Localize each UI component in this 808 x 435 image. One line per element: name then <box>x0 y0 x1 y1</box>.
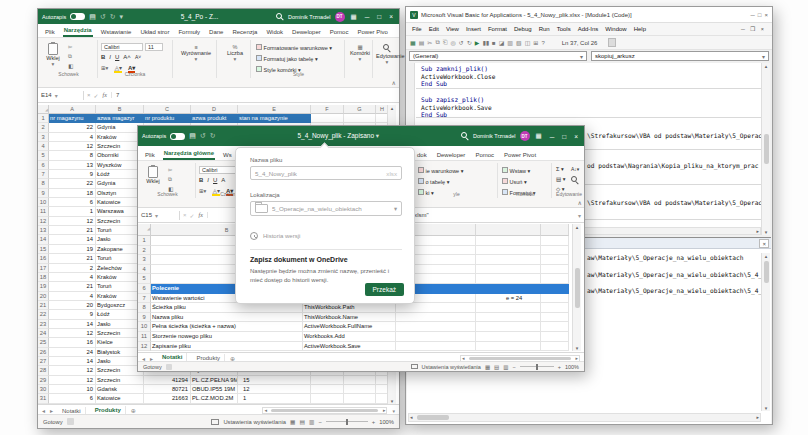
select-all-corner[interactable]: ◢ <box>138 224 151 236</box>
italic-button[interactable]: I <box>207 177 209 183</box>
location-dropdown[interactable]: 5_Operacje_na_wielu_obiektach ▾ <box>250 201 402 216</box>
row-header[interactable]: 9 <box>138 313 151 323</box>
collapse-ribbon-icon[interactable]: ∧ <box>392 79 396 86</box>
row-header[interactable]: 7 <box>38 170 49 179</box>
vertical-scrollbar[interactable]: ▴▾ <box>572 224 581 351</box>
save-icon[interactable]: ▤ <box>189 132 196 140</box>
format-painter-icon[interactable]: ◧ <box>68 63 73 69</box>
fx-icon[interactable]: fx <box>99 92 111 98</box>
avatar[interactable]: DT <box>335 12 345 22</box>
close-button[interactable]: × <box>764 12 768 18</box>
formula-input[interactable]: 7 <box>111 92 399 98</box>
row-header[interactable]: 24 <box>38 329 49 338</box>
immediate-horizontal-scrollbar[interactable]: ◂ ▸ <box>408 413 761 422</box>
display-settings-icon[interactable] <box>411 364 418 369</box>
close-button[interactable]: × <box>387 13 395 20</box>
normal-view-icon[interactable]: ▦ <box>290 419 295 425</box>
row-header[interactable]: 22 <box>38 310 49 319</box>
row-header[interactable]: 1 <box>38 114 49 123</box>
tab-formuły[interactable]: Formuły <box>177 27 201 37</box>
zoom-in-icon[interactable]: + <box>558 364 561 370</box>
user-name[interactable]: Dominik Trznadel <box>473 133 516 139</box>
tab-power-pivot[interactable]: Power Pivot <box>503 150 537 160</box>
tab-dok[interactable]: dok <box>416 150 428 160</box>
menu-tools[interactable]: Tools <box>557 26 571 32</box>
font-grow-button[interactable]: A <box>221 177 225 183</box>
cut-icon[interactable]: ✂ <box>68 44 73 50</box>
window-title[interactable]: 5_4_Nowy_plik - Zapisano ▾ <box>220 132 457 140</box>
version-history-link[interactable]: Historia wersji <box>250 232 300 240</box>
fill-button[interactable]: ▤ ▾ <box>556 176 566 182</box>
sheet-nav-right-icon[interactable]: ▸ <box>50 407 53 414</box>
row-header[interactable]: 31 <box>38 394 49 403</box>
tab-wstawianie[interactable]: Wstawianie <box>100 27 133 37</box>
display-settings-label[interactable]: Ustawienia wyświetlania <box>422 364 481 370</box>
bold-button[interactable]: B <box>101 54 105 60</box>
row-header[interactable]: 2 <box>38 123 49 132</box>
column-header-D[interactable]: D <box>191 105 238 114</box>
row-header[interactable]: 6 <box>38 161 49 170</box>
sort-filter-button[interactable]: A↓▾ <box>571 166 579 172</box>
row-header[interactable]: 12 <box>138 342 151 351</box>
row-header[interactable]: 23 <box>38 320 49 329</box>
zoom-out-icon[interactable]: − <box>512 364 515 370</box>
zoom-level[interactable]: 100% <box>565 364 579 370</box>
font-name-select[interactable]: Calibri <box>101 43 143 51</box>
ribbon-options-icon[interactable]: ▦ <box>349 13 359 21</box>
code-vertical-scrollbar[interactable]: ▴▾ <box>761 63 770 235</box>
row-header[interactable]: 29 <box>38 376 49 385</box>
object-dropdown[interactable]: (General)▾ <box>409 51 587 61</box>
search-icon[interactable] <box>276 13 284 21</box>
insert-button[interactable]: Wstaw ▾ <box>502 167 530 174</box>
zoom-out-icon[interactable]: − <box>318 419 321 425</box>
row-header[interactable]: 5 <box>138 274 151 284</box>
menu-window[interactable]: Window <box>605 26 626 32</box>
maximize-button[interactable]: □ <box>560 133 568 140</box>
tab-ws[interactable]: Ws <box>222 150 233 160</box>
minimize-button[interactable]: ─ <box>363 13 372 20</box>
fx-icon[interactable]: fx <box>195 212 207 218</box>
row-header[interactable]: 14 <box>38 235 49 244</box>
upload-button[interactable]: Przekaż <box>365 283 404 296</box>
page-break-icon[interactable]: ▥ <box>503 364 508 370</box>
pause-icon[interactable]: ▮▮ <box>482 39 489 46</box>
editing-button[interactable]: Edytowanie▾ <box>376 44 398 65</box>
row-header[interactable]: 2 <box>138 246 151 256</box>
search-icon[interactable] <box>461 132 469 140</box>
row-header[interactable]: 11 <box>138 332 151 342</box>
undo-icon[interactable]: ↺ <box>100 13 106 21</box>
page-layout-icon[interactable]: ▤ <box>494 364 499 370</box>
tab-narzędzia[interactable]: Narzędzia <box>63 25 93 37</box>
copy-icon[interactable]: ⧉ <box>68 53 73 60</box>
zoom-slider[interactable] <box>326 421 368 422</box>
normal-view-icon[interactable]: ▦ <box>485 364 490 370</box>
run-icon[interactable]: ▶ <box>475 39 480 46</box>
row-header[interactable]: 9 <box>38 189 49 198</box>
close-button[interactable]: × <box>572 133 580 140</box>
zoom-slider[interactable] <box>520 366 554 367</box>
column-header-G[interactable]: G <box>344 105 376 114</box>
row-header[interactable]: 26 <box>38 348 49 357</box>
display-settings-label[interactable]: Ustawienia wyświetlania <box>223 419 286 425</box>
avatar[interactable]: DT <box>520 131 530 141</box>
zoom-in-icon[interactable]: + <box>372 419 375 425</box>
row-header[interactable]: 20 <box>38 292 49 301</box>
tab-narzędzia-główne[interactable]: Narzędzia główne <box>163 148 215 160</box>
formula-expand-icon[interactable]: ▾ <box>575 212 584 219</box>
row-header[interactable]: 13 <box>38 226 49 235</box>
collapse-ribbon-icon[interactable]: ∧ <box>578 199 582 206</box>
stop-icon[interactable]: ■ <box>492 40 496 46</box>
format-as-table-fragment[interactable]: o tabelę ▾ <box>418 178 449 185</box>
display-settings-icon[interactable] <box>211 419 219 425</box>
column-header-C[interactable]: C <box>144 105 191 114</box>
immediate-vertical-scrollbar[interactable]: ▴▾ <box>761 253 770 411</box>
tab-deweloper[interactable]: Deweloper <box>436 150 467 160</box>
autosum-button[interactable]: Σ ▾ <box>556 166 564 172</box>
font-size-select[interactable]: 11 <box>145 43 163 51</box>
tab-power-pivo[interactable]: Power Pivo <box>356 27 388 37</box>
row-header[interactable]: 8 <box>38 179 49 188</box>
row-header[interactable]: 8 <box>138 303 151 313</box>
conditional-formatting-button[interactable]: Formatowanie warunkowe ▾ <box>256 44 332 51</box>
cut-icon[interactable]: ✂ <box>168 167 173 173</box>
name-box[interactable]: E14▾ <box>38 91 84 100</box>
